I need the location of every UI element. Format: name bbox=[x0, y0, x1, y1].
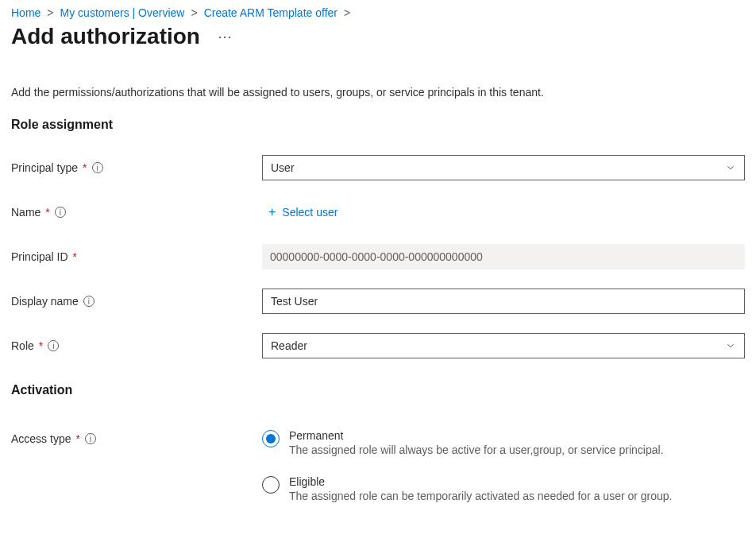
page-description: Add the permissions/authorizations that … bbox=[11, 86, 745, 99]
radio-eligible-desc: The assigned role can be temporarily act… bbox=[289, 490, 673, 502]
row-access-type: Access type * i Permanent The assigned r… bbox=[11, 429, 745, 502]
info-icon[interactable]: i bbox=[92, 162, 103, 173]
label-text: Principal ID bbox=[11, 250, 68, 263]
breadcrumb-create-arm-offer[interactable]: Create ARM Template offer bbox=[204, 6, 338, 19]
page-title: Add authorization bbox=[11, 24, 200, 49]
chevron-down-icon bbox=[725, 340, 736, 351]
info-icon[interactable]: i bbox=[85, 433, 96, 444]
breadcrumb-sep: > bbox=[191, 6, 197, 19]
plus-icon: + bbox=[268, 206, 276, 219]
radio-permanent-desc: The assigned role will always be active … bbox=[289, 443, 664, 456]
principal-id-field: 00000000-0000-0000-0000-000000000000 bbox=[262, 244, 745, 269]
breadcrumb-home[interactable]: Home bbox=[11, 6, 40, 19]
label-name: Name * i bbox=[11, 206, 262, 219]
breadcrumb: Home > My customers | Overview > Create … bbox=[11, 6, 745, 19]
row-principal-id: Principal ID * 00000000-0000-0000-0000-0… bbox=[11, 243, 745, 270]
radio-icon bbox=[262, 476, 280, 494]
section-activation: Activation bbox=[11, 383, 745, 397]
breadcrumb-sep: > bbox=[47, 6, 53, 19]
select-user-button[interactable]: + Select user bbox=[262, 203, 344, 222]
role-select[interactable]: Reader bbox=[262, 333, 745, 358]
radio-permanent[interactable]: Permanent The assigned role will always … bbox=[262, 429, 745, 456]
display-name-input[interactable]: Test User bbox=[262, 289, 745, 314]
row-display-name: Display name i Test User bbox=[11, 288, 745, 315]
display-name-value: Test User bbox=[271, 295, 318, 308]
row-role: Role * i Reader bbox=[11, 332, 745, 359]
page-title-row: Add authorization ⋯ bbox=[11, 24, 745, 49]
info-icon[interactable]: i bbox=[83, 296, 94, 307]
info-icon[interactable]: i bbox=[48, 340, 59, 351]
select-value: Reader bbox=[271, 339, 307, 352]
radio-eligible[interactable]: Eligible The assigned role can be tempor… bbox=[262, 475, 745, 502]
radio-icon bbox=[262, 430, 280, 447]
more-actions-button[interactable]: ⋯ bbox=[218, 28, 233, 45]
label-display-name: Display name i bbox=[11, 295, 262, 308]
label-text: Name bbox=[11, 206, 40, 219]
breadcrumb-my-customers[interactable]: My customers | Overview bbox=[60, 6, 185, 19]
label-text: Display name bbox=[11, 295, 79, 308]
row-name: Name * i + Select user bbox=[11, 199, 745, 226]
select-value: User bbox=[271, 161, 295, 174]
label-role: Role * i bbox=[11, 339, 262, 352]
chevron-down-icon bbox=[725, 162, 736, 173]
radio-permanent-label: Permanent bbox=[289, 429, 664, 442]
label-text: Principal type bbox=[11, 161, 78, 174]
label-text: Access type bbox=[11, 432, 71, 445]
required-mark: * bbox=[75, 432, 79, 445]
required-mark: * bbox=[45, 206, 49, 219]
breadcrumb-sep: > bbox=[344, 6, 350, 19]
select-user-label: Select user bbox=[282, 206, 338, 219]
label-text: Role bbox=[11, 339, 34, 352]
radio-dot-icon bbox=[266, 434, 276, 443]
required-mark: * bbox=[83, 161, 87, 174]
label-principal-type: Principal type * i bbox=[11, 161, 262, 174]
label-access-type: Access type * i bbox=[11, 429, 262, 445]
radio-eligible-label: Eligible bbox=[289, 475, 673, 488]
required-mark: * bbox=[39, 339, 43, 352]
principal-type-select[interactable]: User bbox=[262, 155, 745, 180]
access-type-radio-group: Permanent The assigned role will always … bbox=[262, 429, 745, 502]
row-principal-type: Principal type * i User bbox=[11, 154, 745, 181]
label-principal-id: Principal ID * bbox=[11, 250, 262, 263]
required-mark: * bbox=[73, 250, 77, 263]
section-role-assignment: Role assignment bbox=[11, 118, 745, 132]
info-icon[interactable]: i bbox=[55, 207, 66, 218]
